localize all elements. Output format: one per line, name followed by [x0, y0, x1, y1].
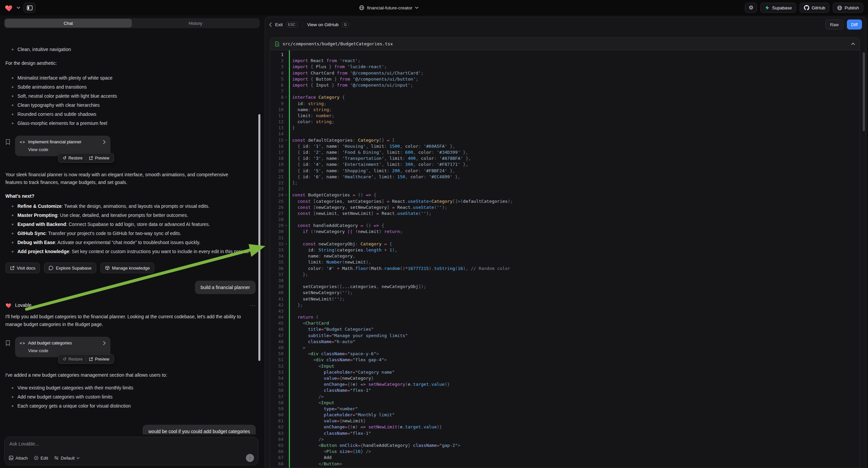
- code-line: 60 placeholder="Monthly limit": [270, 412, 860, 418]
- tab-history[interactable]: History: [132, 19, 259, 28]
- package-icon: [105, 266, 110, 270]
- visit-docs-button[interactable]: Visit docs: [5, 263, 40, 273]
- code-line: 39 setCategories([...categories, newCate…: [270, 284, 860, 290]
- list-item: Master Prompting: Use clear, detailed, a…: [18, 211, 250, 220]
- code-line: 33 id: String(categories.length + 1),: [270, 247, 860, 253]
- code-line: 42 };: [270, 302, 860, 308]
- code-viewer-panel: Exit ESC View on GitHub G Raw Diff src/c…: [265, 17, 866, 468]
- bookmark-icon: [5, 340, 10, 346]
- github-button[interactable]: GitHub: [800, 3, 829, 13]
- diff-added-gutter-bar: [289, 50, 290, 468]
- code-line: 50 <div className="space-y-6">: [270, 351, 860, 357]
- list-item: Clean, intuitive navigation: [18, 45, 256, 54]
- assistant-header: Lovable ···: [5, 302, 256, 308]
- list-item: Rounded corners and subtle shadows: [18, 110, 256, 119]
- preview-button[interactable]: Preview: [86, 354, 113, 363]
- version-card-implement-financial-planner[interactable]: <> Implement financial planner View code…: [15, 136, 111, 156]
- panel-left-icon: [27, 5, 33, 10]
- raw-toggle-button[interactable]: Raw: [826, 20, 843, 30]
- chat-panel: Chat History Clean, intuitive navigation…: [3, 16, 260, 468]
- list-item: Subtle animations and transitions: [18, 83, 256, 92]
- code-line: 12 color: string;: [270, 119, 860, 125]
- lovable-logo-heart-icon[interactable]: [5, 4, 13, 12]
- code-line: 66 <Plus size={16} />: [270, 448, 860, 455]
- sidebar-toggle-button[interactable]: [24, 3, 36, 13]
- chat-scrollbar[interactable]: [258, 114, 260, 361]
- view-code-link[interactable]: View code: [28, 147, 106, 152]
- file-path: src/components/budget/BudgetCategories.t…: [282, 41, 848, 46]
- restore-button[interactable]: ↺ Restore: [60, 153, 86, 163]
- external-link-icon: [10, 266, 14, 270]
- code-content[interactable]: 12import React from 'react';3import { Pl…: [270, 50, 860, 468]
- project-name: financial-future-creator: [367, 5, 412, 10]
- code-line: 32▾ const newCategoryObj: Category = {: [270, 241, 860, 247]
- logo-chevron-down-icon[interactable]: [17, 7, 20, 9]
- suggestion-buttons-row: Visit docs Explore Supabase Manage knowl…: [5, 263, 256, 273]
- next-steps-list: Refine & Customize: Tweak the design, an…: [5, 202, 250, 256]
- gear-icon: ⚙: [749, 5, 753, 10]
- code-line: 48 className="h-auto": [270, 339, 860, 345]
- model-selector[interactable]: Default: [54, 456, 80, 461]
- chat-message-list[interactable]: Clean, intuitive navigation For the desi…: [3, 43, 260, 434]
- code-line: 28: [270, 216, 860, 223]
- edit-button[interactable]: Edit: [34, 456, 48, 461]
- more-options-icon[interactable]: ···: [250, 302, 256, 308]
- code-line: 24▾const BudgetCategories = () => {: [270, 192, 860, 198]
- code-line: 65 <Button onClick={handleAddCategory} c…: [270, 442, 860, 448]
- preview-button[interactable]: Preview: [86, 153, 113, 163]
- code-line: 6import { Input } from '@/components/ui/…: [270, 82, 860, 88]
- version-card-title: Implement financial planner: [28, 139, 100, 144]
- publish-button[interactable]: Publish: [833, 3, 863, 13]
- supabase-button[interactable]: Supabase: [760, 3, 796, 13]
- send-button[interactable]: ↑: [246, 454, 254, 462]
- supabase-label: Supabase: [772, 5, 792, 10]
- code-line: 37 };: [270, 272, 860, 277]
- code-line: 38: [270, 277, 860, 284]
- attach-button[interactable]: Attach: [9, 456, 28, 461]
- code-line: 56 className="flex-1": [270, 387, 860, 393]
- list-item: Each category gets a unique color for vi…: [18, 402, 256, 411]
- version-card-block: <> Implement financial planner View code…: [5, 136, 256, 156]
- file-diff-card: src/components/budget/BudgetCategories.t…: [270, 37, 860, 468]
- code-line: 61 value={newLimit}: [270, 418, 860, 424]
- lovable-heart-icon: [5, 302, 12, 308]
- chevron-right-icon: [103, 140, 106, 144]
- list-item: Minimalist interface with plenty of whit…: [18, 74, 256, 83]
- code-line: 2import React from 'react';: [270, 58, 860, 64]
- settings-button[interactable]: ⚙: [745, 3, 757, 13]
- list-item: Refine & Customize: Tweak the design, an…: [18, 202, 250, 211]
- chat-input[interactable]: [9, 441, 253, 450]
- g-key-badge: G: [342, 22, 349, 28]
- code-line: 57 />: [270, 394, 860, 400]
- code-line: 16 { id: '1', name: 'Housing', limit: 15…: [270, 143, 860, 149]
- code-viewer-header: Exit ESC View on GitHub G Raw Diff: [265, 17, 866, 32]
- view-on-github-link[interactable]: View on GitHub: [307, 22, 339, 27]
- file-header-bar[interactable]: src/components/budget/BudgetCategories.t…: [270, 38, 860, 50]
- manage-knowledge-button[interactable]: Manage knowledge: [100, 263, 155, 273]
- code-line: 44 return (: [270, 314, 860, 320]
- list-item: Add new budget categories with custom li…: [18, 392, 256, 402]
- diff-toggle-button[interactable]: Diff: [847, 20, 862, 30]
- top-bar: financial-future-creator ⚙ Supabase GitH…: [0, 0, 868, 16]
- explore-supabase-button[interactable]: Explore Supabase: [44, 263, 96, 273]
- code-line: 17 { id: '2', name: 'Food & Dining', lim…: [270, 149, 860, 155]
- code-line: 59 type="number": [270, 406, 860, 412]
- code-line: 53 placeholder="Category name": [270, 369, 860, 375]
- code-brackets-icon: <>: [20, 341, 26, 345]
- design-bullet-list: Minimalist interface with plenty of whit…: [5, 74, 256, 128]
- list-item: GitHub Sync: Transfer your project's cod…: [18, 229, 250, 238]
- tab-chat[interactable]: Chat: [5, 19, 132, 28]
- restore-icon: ↺: [63, 357, 66, 361]
- project-selector[interactable]: financial-future-creator: [359, 0, 418, 16]
- collapse-chevron-up-icon[interactable]: [851, 42, 855, 45]
- view-code-link[interactable]: View code: [28, 348, 106, 353]
- code-line: 7: [270, 88, 860, 94]
- restore-button[interactable]: ↺ Restore: [60, 354, 86, 363]
- code-scrollbar[interactable]: [863, 52, 865, 131]
- version-card-add-budget-categories[interactable]: <> Add budget categories View code ↺ Res…: [15, 337, 111, 357]
- code-line: 15▾const defaultCategories: Category[] =…: [270, 137, 860, 143]
- code-line: 19 { id: '4', name: 'Entertainment', lim…: [270, 162, 860, 168]
- ready-paragraph: Your sleek financial planner is now read…: [5, 171, 244, 186]
- exit-button[interactable]: Exit: [275, 22, 283, 27]
- external-link-icon: [89, 156, 93, 160]
